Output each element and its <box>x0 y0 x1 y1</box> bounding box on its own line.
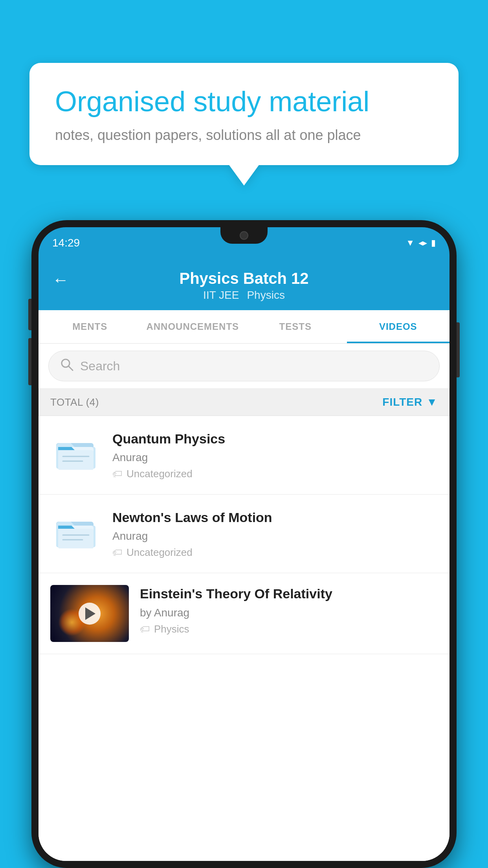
svg-rect-4 <box>58 450 94 470</box>
wifi-icon: ▼ <box>406 238 415 248</box>
bubble-subtitle: notes, question papers, solutions all at… <box>55 127 433 143</box>
filter-label: FILTER <box>382 396 422 408</box>
signal-icon: ◂▸ <box>418 238 427 248</box>
item-tag-text: Uncategorized <box>127 546 193 559</box>
app-subtitle: IIT JEE Physics <box>203 289 285 302</box>
tab-ments[interactable]: MENTS <box>39 310 141 343</box>
item-title: Quantum Physics <box>112 430 438 447</box>
item-info: Einstein's Theory Of Relativity by Anura… <box>140 585 438 635</box>
svg-line-1 <box>69 366 73 370</box>
search-placeholder: Search <box>80 359 120 373</box>
subtitle-physics: Physics <box>247 289 284 302</box>
tab-tests[interactable]: TESTS <box>244 310 347 343</box>
item-info: Quantum Physics Anurag 🏷 Uncategorized <box>112 430 438 480</box>
item-thumbnail <box>50 430 101 473</box>
tag-icon: 🏷 <box>112 546 123 559</box>
filter-button[interactable]: FILTER ▼ <box>382 396 438 408</box>
volume-up-button[interactable] <box>28 299 31 330</box>
item-author: Anurag <box>112 530 438 542</box>
list-item[interactable]: Einstein's Theory Of Relativity by Anura… <box>39 573 449 654</box>
item-author: Anurag <box>112 451 438 464</box>
app-background: Organised study material notes, question… <box>0 0 488 868</box>
tabs-bar: MENTS ANNOUNCEMENTS TESTS VIDEOS <box>39 310 449 344</box>
list-item[interactable]: Quantum Physics Anurag 🏷 Uncategorized <box>39 416 449 495</box>
status-icons: ▼ ◂▸ ▮ <box>406 238 436 248</box>
app-header: ← Physics Batch 12 IIT JEE Physics <box>39 259 449 310</box>
svg-rect-9 <box>58 529 94 548</box>
volume-down-button[interactable] <box>28 338 31 385</box>
video-thumbnail <box>50 585 129 642</box>
item-tag: 🏷 Uncategorized <box>112 546 438 559</box>
search-icon <box>60 357 74 375</box>
item-author: by Anurag <box>140 607 438 619</box>
item-tag: 🏷 Physics <box>140 623 438 635</box>
item-title: Newton's Laws of Motion <box>112 509 438 526</box>
video-list: Quantum Physics Anurag 🏷 Uncategorized <box>39 416 449 861</box>
filter-row: TOTAL (4) FILTER ▼ <box>39 389 449 416</box>
item-tag-text: Physics <box>154 623 189 635</box>
total-count: TOTAL (4) <box>50 396 99 408</box>
bubble-title: Organised study material <box>55 85 433 118</box>
play-icon <box>85 607 95 620</box>
status-time: 14:29 <box>52 237 80 249</box>
item-title: Einstein's Theory Of Relativity <box>140 585 438 602</box>
search-container: Search <box>39 344 449 389</box>
item-info: Newton's Laws of Motion Anurag 🏷 Uncateg… <box>112 509 438 559</box>
item-tag-text: Uncategorized <box>127 468 193 480</box>
back-button[interactable]: ← <box>52 270 69 289</box>
subtitle-iitjee: IIT JEE <box>203 289 239 302</box>
tab-announcements[interactable]: ANNOUNCEMENTS <box>141 310 244 343</box>
item-tag: 🏷 Uncategorized <box>112 468 438 480</box>
speech-bubble: Organised study material notes, question… <box>29 63 459 165</box>
tag-icon: 🏷 <box>140 623 150 635</box>
phone-body: 14:29 ▼ ◂▸ ▮ ← Physics Batch 12 IIT JEE <box>31 220 457 868</box>
list-item[interactable]: Newton's Laws of Motion Anurag 🏷 Uncateg… <box>39 495 449 573</box>
folder-icon <box>54 432 97 471</box>
status-bar: 14:29 ▼ ◂▸ ▮ <box>39 227 449 259</box>
battery-icon: ▮ <box>431 238 436 248</box>
app-screen: ← Physics Batch 12 IIT JEE Physics MENTS… <box>39 259 449 861</box>
search-bar[interactable]: Search <box>48 351 440 381</box>
app-title: Physics Batch 12 <box>179 270 308 287</box>
play-button[interactable] <box>79 603 101 625</box>
power-button[interactable] <box>457 322 460 377</box>
folder-icon <box>54 511 97 550</box>
item-thumbnail <box>50 509 101 552</box>
filter-icon: ▼ <box>426 396 438 408</box>
phone-frame: 14:29 ▼ ◂▸ ▮ ← Physics Batch 12 IIT JEE <box>31 220 457 868</box>
tag-icon: 🏷 <box>112 468 123 480</box>
camera <box>240 231 248 240</box>
tab-videos[interactable]: VIDEOS <box>347 310 450 343</box>
notch <box>220 227 268 244</box>
